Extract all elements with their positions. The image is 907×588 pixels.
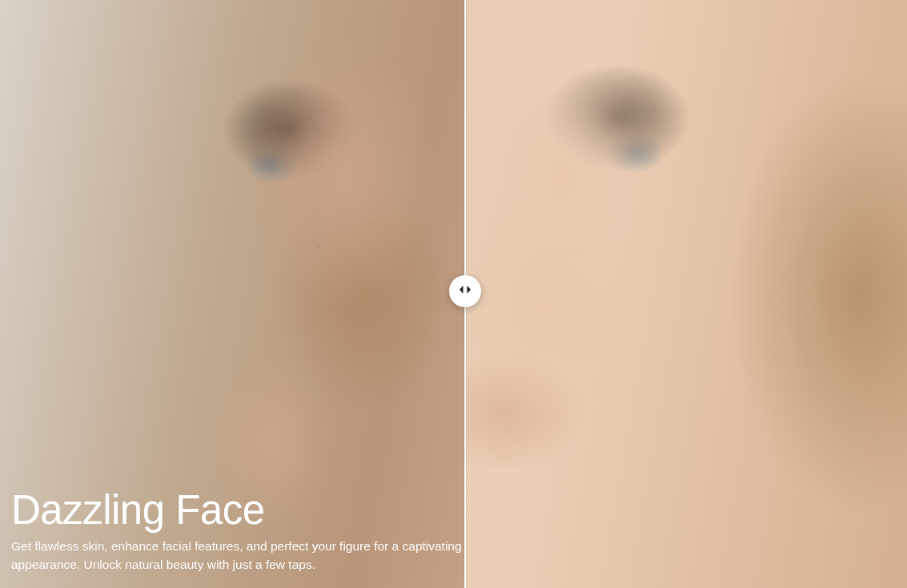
hero-text-overlay: Dazzling Face Get flawless skin, enhance… (11, 488, 524, 574)
before-after-comparison: Dazzling Face Get flawless skin, enhance… (0, 0, 907, 588)
horizontal-arrows-icon (458, 284, 472, 298)
hero-subtitle: Get flawless skin, enhance facial featur… (11, 538, 524, 574)
comparison-slider-handle[interactable] (449, 275, 481, 307)
hero-title: Dazzling Face (11, 488, 524, 533)
